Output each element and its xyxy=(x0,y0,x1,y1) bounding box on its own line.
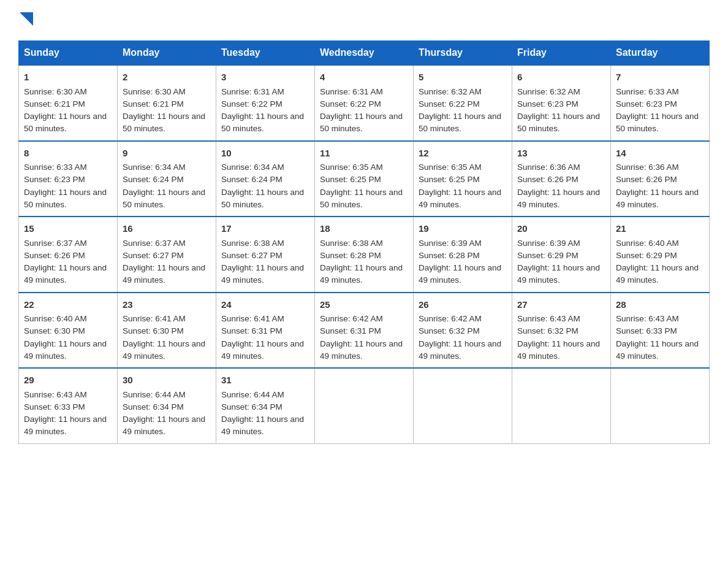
calendar-cell xyxy=(611,368,710,443)
day-number: 22 xyxy=(24,298,112,312)
weekday-header-wednesday: Wednesday xyxy=(315,41,414,66)
calendar-cell: 6Sunrise: 6:32 AMSunset: 6:23 PMDaylight… xyxy=(512,65,611,141)
calendar-header: SundayMondayTuesdayWednesdayThursdayFrid… xyxy=(19,41,710,66)
day-number: 25 xyxy=(320,298,408,312)
calendar-cell: 15Sunrise: 6:37 AMSunset: 6:26 PMDayligh… xyxy=(19,216,118,293)
day-number: 9 xyxy=(123,147,211,161)
day-number: 15 xyxy=(24,222,112,236)
logo-triangle-icon xyxy=(20,12,33,26)
calendar-cell: 23Sunrise: 6:41 AMSunset: 6:30 PMDayligh… xyxy=(118,293,216,369)
day-number: 1 xyxy=(24,71,112,85)
calendar-cell: 25Sunrise: 6:42 AMSunset: 6:31 PMDayligh… xyxy=(315,293,414,369)
day-number: 23 xyxy=(123,298,211,312)
calendar-cell: 7Sunrise: 6:33 AMSunset: 6:23 PMDaylight… xyxy=(611,65,710,141)
day-number: 21 xyxy=(616,222,704,236)
header xyxy=(18,12,710,28)
calendar-cell: 17Sunrise: 6:38 AMSunset: 6:27 PMDayligh… xyxy=(216,216,315,293)
day-number: 29 xyxy=(24,373,112,388)
calendar-cell: 8Sunrise: 6:33 AMSunset: 6:23 PMDaylight… xyxy=(19,141,118,217)
calendar-week-row: 22Sunrise: 6:40 AMSunset: 6:30 PMDayligh… xyxy=(19,293,710,369)
calendar-cell xyxy=(512,368,611,443)
day-number: 14 xyxy=(616,147,704,161)
day-number: 18 xyxy=(320,222,408,236)
calendar-cell: 10Sunrise: 6:34 AMSunset: 6:24 PMDayligh… xyxy=(216,141,315,217)
weekday-header-tuesday: Tuesday xyxy=(216,41,315,66)
calendar-cell: 5Sunrise: 6:32 AMSunset: 6:22 PMDaylight… xyxy=(414,65,512,141)
calendar-cell: 13Sunrise: 6:36 AMSunset: 6:26 PMDayligh… xyxy=(512,141,611,217)
calendar-cell: 18Sunrise: 6:38 AMSunset: 6:28 PMDayligh… xyxy=(315,216,414,293)
weekday-header-thursday: Thursday xyxy=(414,41,512,66)
calendar-cell: 31Sunrise: 6:44 AMSunset: 6:34 PMDayligh… xyxy=(216,368,315,443)
calendar-table: SundayMondayTuesdayWednesdayThursdayFrid… xyxy=(18,40,710,444)
calendar-cell: 12Sunrise: 6:35 AMSunset: 6:25 PMDayligh… xyxy=(414,141,512,217)
calendar-week-row: 8Sunrise: 6:33 AMSunset: 6:23 PMDaylight… xyxy=(19,141,710,217)
day-number: 28 xyxy=(616,298,704,312)
calendar-cell xyxy=(414,368,512,443)
calendar-cell: 20Sunrise: 6:39 AMSunset: 6:29 PMDayligh… xyxy=(512,216,611,293)
calendar-cell: 16Sunrise: 6:37 AMSunset: 6:27 PMDayligh… xyxy=(118,216,216,293)
calendar-cell: 2Sunrise: 6:30 AMSunset: 6:21 PMDaylight… xyxy=(118,65,216,141)
day-number: 27 xyxy=(517,298,605,312)
day-number: 3 xyxy=(221,71,309,85)
day-number: 30 xyxy=(123,373,211,388)
day-number: 5 xyxy=(419,71,507,85)
day-number: 31 xyxy=(221,373,309,388)
weekday-header-friday: Friday xyxy=(512,41,611,66)
day-number: 6 xyxy=(517,71,605,85)
day-number: 4 xyxy=(320,71,408,85)
day-number: 16 xyxy=(123,222,211,236)
calendar-cell: 4Sunrise: 6:31 AMSunset: 6:22 PMDaylight… xyxy=(315,65,414,141)
logo xyxy=(18,12,33,28)
calendar-cell: 1Sunrise: 6:30 AMSunset: 6:21 PMDaylight… xyxy=(19,65,118,141)
day-number: 13 xyxy=(517,147,605,161)
day-number: 11 xyxy=(320,147,408,161)
calendar-cell: 24Sunrise: 6:41 AMSunset: 6:31 PMDayligh… xyxy=(216,293,315,369)
day-number: 19 xyxy=(419,222,507,236)
day-number: 2 xyxy=(123,71,211,85)
weekday-header-sunday: Sunday xyxy=(19,41,118,66)
weekday-header-row: SundayMondayTuesdayWednesdayThursdayFrid… xyxy=(19,41,710,66)
calendar-cell: 11Sunrise: 6:35 AMSunset: 6:25 PMDayligh… xyxy=(315,141,414,217)
calendar-week-row: 15Sunrise: 6:37 AMSunset: 6:26 PMDayligh… xyxy=(19,216,710,293)
calendar-cell: 21Sunrise: 6:40 AMSunset: 6:29 PMDayligh… xyxy=(611,216,710,293)
calendar-cell: 22Sunrise: 6:40 AMSunset: 6:30 PMDayligh… xyxy=(19,293,118,369)
day-number: 24 xyxy=(221,298,309,312)
day-number: 26 xyxy=(419,298,507,312)
svg-marker-0 xyxy=(20,12,33,26)
calendar-week-row: 29Sunrise: 6:43 AMSunset: 6:33 PMDayligh… xyxy=(19,368,710,443)
weekday-header-saturday: Saturday xyxy=(611,41,710,66)
calendar-week-row: 1Sunrise: 6:30 AMSunset: 6:21 PMDaylight… xyxy=(19,65,710,141)
calendar-cell xyxy=(315,368,414,443)
day-number: 10 xyxy=(221,147,309,161)
calendar-cell: 3Sunrise: 6:31 AMSunset: 6:22 PMDaylight… xyxy=(216,65,315,141)
day-number: 12 xyxy=(419,147,507,161)
day-number: 7 xyxy=(616,71,704,85)
day-number: 8 xyxy=(24,147,112,161)
calendar-cell: 19Sunrise: 6:39 AMSunset: 6:28 PMDayligh… xyxy=(414,216,512,293)
weekday-header-monday: Monday xyxy=(118,41,216,66)
calendar-cell: 30Sunrise: 6:44 AMSunset: 6:34 PMDayligh… xyxy=(118,368,216,443)
calendar-body: 1Sunrise: 6:30 AMSunset: 6:21 PMDaylight… xyxy=(19,65,710,443)
calendar-cell: 27Sunrise: 6:43 AMSunset: 6:32 PMDayligh… xyxy=(512,293,611,369)
calendar-cell: 26Sunrise: 6:42 AMSunset: 6:32 PMDayligh… xyxy=(414,293,512,369)
calendar-cell: 14Sunrise: 6:36 AMSunset: 6:26 PMDayligh… xyxy=(611,141,710,217)
day-number: 17 xyxy=(221,222,309,236)
calendar-cell: 28Sunrise: 6:43 AMSunset: 6:33 PMDayligh… xyxy=(611,293,710,369)
day-number: 20 xyxy=(517,222,605,236)
calendar-cell: 9Sunrise: 6:34 AMSunset: 6:24 PMDaylight… xyxy=(118,141,216,217)
calendar-cell: 29Sunrise: 6:43 AMSunset: 6:33 PMDayligh… xyxy=(19,368,118,443)
